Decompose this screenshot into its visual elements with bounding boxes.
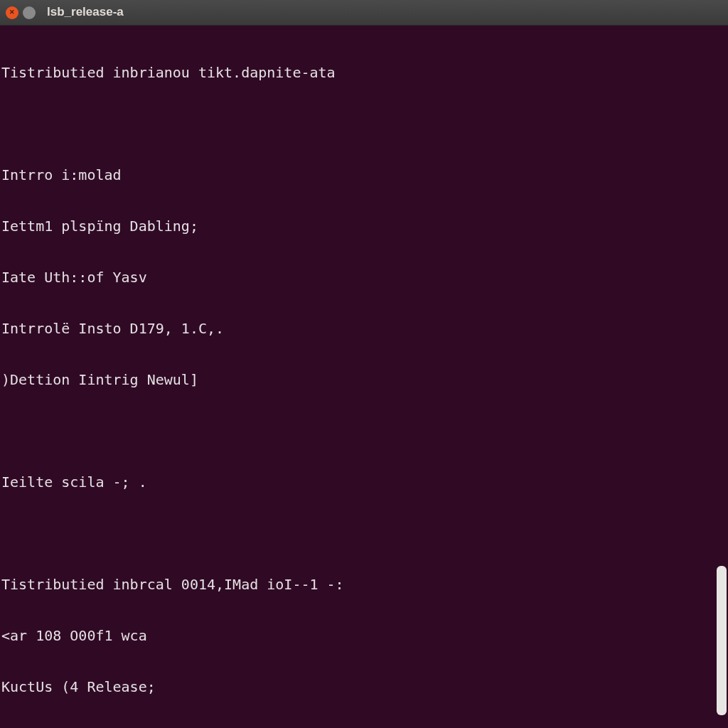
scrollbar-thumb[interactable] — [717, 566, 727, 715]
terminal-line: KuctUs (4 Release; — [0, 678, 728, 695]
close-icon[interactable] — [6, 6, 18, 19]
terminal-line: Intrro i:molad — [0, 166, 728, 183]
terminal-line: <ar 108 O00f1 wca — [0, 627, 728, 644]
terminal-line: Ieilte scila -; . — [0, 473, 728, 491]
terminal-line — [0, 422, 728, 439]
terminal-line: Tistributied inbrianou tikt.dapnite-ata — [0, 64, 728, 81]
minimize-icon[interactable] — [23, 6, 36, 19]
terminal-line: )Dettion Iintrig Newul] — [0, 371, 728, 388]
terminal-line: Tistributied inbrcal 0014,IMad ioI--1 -: — [0, 576, 728, 593]
window-title: lsb_release-a — [47, 5, 124, 19]
terminal-line — [0, 525, 728, 542]
terminal-line: Iettm1 plspïng Dabling; — [0, 218, 728, 235]
terminal-line: Intrrolë Insto D179, 1.C,. — [0, 320, 728, 337]
terminal-line: Iate Uth::of Yasv — [0, 269, 728, 286]
terminal-output[interactable]: Tistributied inbrianou tikt.dapnite-ata … — [0, 26, 728, 728]
terminal-line — [0, 115, 728, 132]
window-titlebar: lsb_release-a — [0, 0, 728, 26]
